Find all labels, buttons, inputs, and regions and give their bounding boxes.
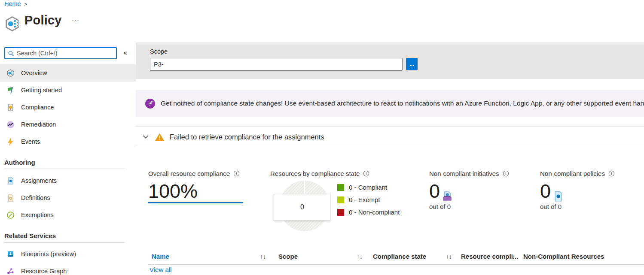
- legend-label: 0 - Exempt: [349, 196, 380, 203]
- exemptions-icon: [6, 211, 15, 219]
- scope-input[interactable]: [150, 58, 403, 71]
- warning-icon: [155, 133, 164, 141]
- overall-compliance-value: 100%: [148, 180, 198, 202]
- sidebar-item-getting-started[interactable]: Getting started: [0, 82, 136, 99]
- sidebar-item-blueprints[interactable]: Blueprints (preview): [0, 245, 136, 263]
- info-icon[interactable]: [233, 170, 240, 177]
- sidebar-search-box: [4, 47, 117, 59]
- warning-row: Failed to retrieve compliance for the as…: [136, 127, 644, 147]
- donut-center-value: 0: [300, 203, 304, 211]
- rocket-icon: [145, 98, 156, 109]
- search-icon: [8, 50, 14, 57]
- events-lightning-icon: [6, 138, 15, 146]
- legend-item-non-compliant: 0 - Non-compliant: [337, 209, 400, 216]
- policies-sub: out of 0: [540, 203, 562, 210]
- info-icon[interactable]: [503, 170, 509, 177]
- sidebar-collapse-button[interactable]: «: [123, 48, 127, 57]
- overall-compliance-label: Overall resource compliance: [148, 170, 240, 177]
- sidebar-item-label: Remediation: [21, 121, 56, 128]
- sidebar-item-definitions[interactable]: Definitions: [0, 189, 136, 206]
- azure-policy-overview-page: Home > Policy ··· « Overview Getting sta…: [0, 0, 644, 275]
- resource-graph-icon: [6, 267, 15, 275]
- search-input[interactable]: [17, 50, 113, 57]
- table-header-divider: [148, 264, 644, 265]
- blueprints-icon: [6, 250, 15, 258]
- compliant-swatch: [337, 184, 344, 191]
- definitions-icon: [6, 194, 15, 202]
- assignments-icon: [6, 177, 15, 185]
- sidebar-item-label: Overview: [21, 70, 47, 76]
- policies-value: 0: [540, 180, 551, 202]
- sidebar-item-label: Assignments: [21, 177, 57, 184]
- donut-tooltip: 0: [274, 194, 331, 221]
- sort-icon[interactable]: ↑↓: [446, 253, 452, 260]
- sidebar: « Overview Getting started Compliance Re…: [0, 0, 136, 275]
- donut-legend: 0 - Compliant 0 - Exempt 0 - Non-complia…: [337, 184, 400, 221]
- sidebar-item-resource-graph[interactable]: Resource Graph: [0, 263, 136, 275]
- stat-label-text: Non-compliant policies: [540, 170, 605, 177]
- sidebar-item-assignments[interactable]: Assignments: [0, 172, 136, 189]
- view-all-link[interactable]: View all: [150, 266, 171, 273]
- sidebar-item-remediation[interactable]: Remediation: [0, 116, 136, 133]
- sidebar-item-label: Compliance: [21, 104, 54, 111]
- policies-icon: [552, 190, 564, 202]
- sidebar-item-events[interactable]: Events: [0, 133, 136, 150]
- sort-icon[interactable]: ↑↓: [357, 253, 363, 260]
- initiatives-value: 0: [429, 180, 440, 202]
- initiatives-label: Non-compliant initiatives: [429, 170, 509, 177]
- sidebar-divider: [4, 169, 125, 169]
- stat-label-text: Non-compliant initiatives: [429, 170, 499, 177]
- sidebar-item-overview[interactable]: Overview: [0, 64, 136, 82]
- sidebar-item-compliance[interactable]: Compliance: [0, 99, 136, 116]
- policies-label: Non-compliant policies: [540, 170, 615, 177]
- chevron-down-icon[interactable]: [142, 133, 150, 141]
- remediation-icon: [6, 121, 15, 129]
- sort-icon[interactable]: ↑↓: [509, 253, 515, 260]
- non-compliant-swatch: [337, 209, 344, 216]
- scope-bar: Scope ...: [136, 42, 644, 79]
- sidebar-item-label: Definitions: [21, 194, 50, 201]
- scope-label: Scope: [150, 48, 168, 55]
- column-header-non-compliant-resources[interactable]: Non-Compliant Resources: [523, 253, 604, 260]
- initiatives-sub: out of 0: [429, 203, 451, 210]
- by-state-label: Resources by compliance state: [270, 170, 369, 177]
- sidebar-item-label: Events: [21, 138, 40, 145]
- stat-label-text: Overall resource compliance: [148, 170, 230, 177]
- compliance-icon: [6, 103, 15, 112]
- sidebar-item-label: Exemptions: [21, 212, 54, 218]
- sidebar-item-exemptions[interactable]: Exemptions: [0, 206, 136, 224]
- getting-started-flag-icon: [6, 86, 15, 94]
- stat-label-text: Resources by compliance state: [270, 170, 360, 177]
- info-icon[interactable]: [608, 170, 615, 177]
- notification-banner: Get notified of compliance state changes…: [136, 90, 644, 117]
- exempt-swatch: [337, 196, 344, 203]
- legend-item-compliant: 0 - Compliant: [337, 184, 400, 191]
- legend-label: 0 - Non-compliant: [349, 209, 400, 216]
- column-header-scope[interactable]: Scope: [278, 253, 298, 260]
- sidebar-section-authoring: Authoring: [4, 159, 35, 166]
- legend-item-exempt: 0 - Exempt: [337, 196, 400, 203]
- column-header-compliance-state[interactable]: Compliance state: [373, 253, 426, 260]
- scope-browse-button[interactable]: ...: [406, 58, 418, 70]
- initiatives-icon: [441, 190, 454, 202]
- info-icon[interactable]: [363, 170, 369, 177]
- sidebar-divider: [4, 242, 125, 243]
- sidebar-section-related-services: Related Services: [4, 232, 56, 239]
- sidebar-item-label: Getting started: [21, 87, 62, 94]
- legend-label: 0 - Compliant: [349, 184, 387, 191]
- banner-text: Get notified of compliance state changes…: [161, 100, 644, 107]
- overview-icon: [6, 69, 15, 77]
- sidebar-item-label: Resource Graph: [21, 268, 67, 275]
- warning-text: Failed to retrieve compliance for the as…: [170, 133, 324, 141]
- column-header-name[interactable]: Name: [152, 253, 169, 260]
- sidebar-item-label: Blueprints (preview): [21, 251, 76, 257]
- sort-icon[interactable]: ↑↓: [260, 253, 266, 260]
- overall-compliance-underline: [148, 202, 243, 203]
